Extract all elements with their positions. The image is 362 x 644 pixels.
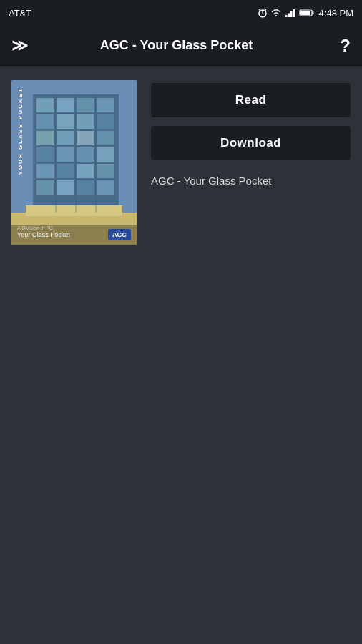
action-panel: Read Download AGC - Your Glass Pocket (151, 80, 351, 245)
cover-vertical-text: YOUR GLASS POCKET (17, 87, 24, 175)
status-icons (258, 8, 315, 18)
svg-rect-27 (57, 147, 74, 162)
building-illustration (11, 80, 137, 245)
svg-rect-15 (57, 98, 74, 112)
download-button[interactable]: Download (151, 126, 351, 160)
svg-rect-37 (97, 180, 114, 195)
svg-rect-24 (77, 131, 94, 145)
book-cover: YOUR GLASS POCKET Your Glass Pocket AGC … (11, 80, 137, 245)
cover-title-text: Your Glass Pocket (17, 231, 70, 238)
svg-rect-32 (77, 164, 94, 178)
help-button[interactable]: ? (325, 36, 351, 56)
svg-rect-39 (26, 205, 122, 216)
svg-line-3 (259, 9, 260, 11)
svg-rect-29 (97, 147, 114, 162)
battery-icon (299, 8, 315, 18)
book-title-label: AGC - Your Glass Pocket (151, 173, 351, 188)
main-content: YOUR GLASS POCKET Your Glass Pocket AGC … (0, 66, 362, 259)
signal-icon (285, 8, 296, 18)
svg-rect-33 (97, 164, 114, 178)
svg-rect-5 (285, 15, 288, 17)
status-bar: AT&T (0, 0, 362, 26)
svg-rect-35 (57, 180, 74, 195)
svg-rect-8 (293, 9, 295, 17)
nav-drawer-button[interactable]: ≫ (11, 36, 28, 55)
status-time: 4:48 PM (319, 8, 353, 19)
agc-logo-badge: AGC (108, 229, 131, 240)
svg-rect-34 (36, 180, 54, 195)
status-right: 4:48 PM (258, 8, 353, 19)
svg-rect-10 (312, 11, 313, 14)
svg-rect-30 (36, 164, 54, 178)
read-button[interactable]: Read (151, 83, 351, 117)
wifi-icon (270, 8, 282, 18)
svg-rect-18 (36, 114, 54, 129)
svg-rect-7 (290, 11, 293, 17)
svg-rect-23 (57, 131, 74, 145)
svg-rect-31 (57, 164, 74, 178)
svg-line-4 (265, 9, 266, 11)
app-bar-title: AGC - Your Glass Pocket (28, 38, 325, 53)
svg-rect-17 (97, 98, 114, 112)
svg-rect-28 (77, 147, 94, 162)
app-bar: ≫ AGC - Your Glass Pocket ? (0, 26, 362, 66)
svg-rect-26 (36, 147, 54, 162)
svg-rect-14 (36, 98, 54, 112)
cover-sub-text: A Division of FG (17, 225, 53, 230)
svg-rect-22 (36, 131, 54, 145)
svg-rect-21 (97, 114, 114, 129)
alarm-icon (258, 8, 268, 18)
svg-rect-16 (77, 98, 94, 112)
svg-rect-19 (57, 114, 74, 129)
book-cover-container: YOUR GLASS POCKET Your Glass Pocket AGC … (11, 80, 137, 245)
svg-rect-11 (300, 11, 310, 15)
svg-rect-20 (77, 114, 94, 129)
carrier-label: AT&T (9, 8, 31, 19)
svg-rect-36 (77, 180, 94, 195)
svg-rect-6 (288, 14, 290, 18)
svg-rect-25 (97, 131, 114, 145)
